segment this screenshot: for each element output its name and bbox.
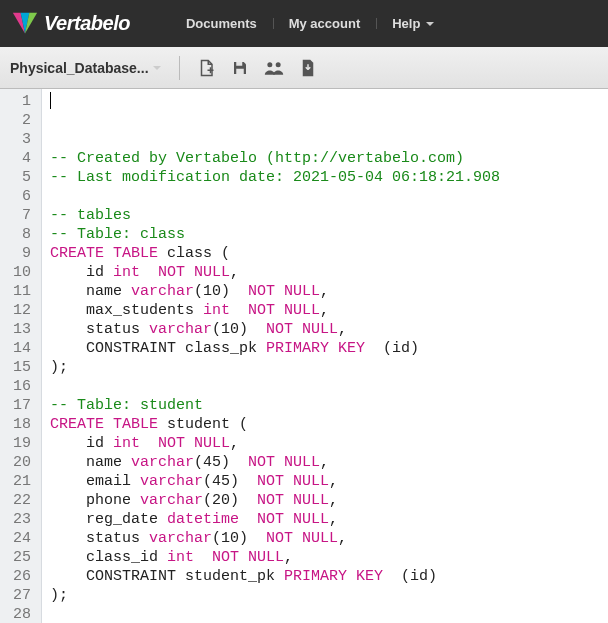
code-line: phone varchar(20) NOT NULL,: [50, 491, 500, 510]
nav-my-account[interactable]: My account: [273, 16, 377, 31]
code-line: status varchar(10) NOT NULL,: [50, 320, 500, 339]
code-line: name varchar(10) NOT NULL,: [50, 282, 500, 301]
nav-help-label: Help: [392, 16, 420, 31]
code-line: -- Created by Vertabelo (http://vertabel…: [50, 149, 500, 168]
code-line: -- tables: [50, 206, 500, 225]
users-icon: [264, 59, 284, 77]
nav-documents-label: Documents: [186, 16, 257, 31]
code-line: status varchar(10) NOT NULL,: [50, 529, 500, 548]
code-line: );: [50, 358, 500, 377]
code-line: name varchar(45) NOT NULL,: [50, 453, 500, 472]
line-number: 6: [6, 187, 31, 206]
line-number: 13: [6, 320, 31, 339]
file-plus-icon: [197, 59, 215, 77]
code-line: id int NOT NULL,: [50, 434, 500, 453]
download-button[interactable]: [294, 54, 322, 82]
line-number: 7: [6, 206, 31, 225]
line-number: 1: [6, 92, 31, 111]
code-line: id int NOT NULL,: [50, 263, 500, 282]
new-file-button[interactable]: [192, 54, 220, 82]
share-button[interactable]: [260, 54, 288, 82]
line-number: 11: [6, 282, 31, 301]
line-number: 17: [6, 396, 31, 415]
code-line: [50, 605, 500, 623]
line-number: 21: [6, 472, 31, 491]
save-button[interactable]: [226, 54, 254, 82]
code-area[interactable]: -- Created by Vertabelo (http://vertabel…: [42, 89, 500, 623]
code-line: [50, 377, 500, 396]
line-number: 23: [6, 510, 31, 529]
line-number: 10: [6, 263, 31, 282]
line-number: 24: [6, 529, 31, 548]
line-number: 28: [6, 605, 31, 623]
chevron-down-icon: [426, 22, 434, 26]
code-line: -- Table: class: [50, 225, 500, 244]
code-line: reg_date datetime NOT NULL,: [50, 510, 500, 529]
line-number: 20: [6, 453, 31, 472]
nav-documents[interactable]: Documents: [170, 16, 273, 31]
line-number: 14: [6, 339, 31, 358]
line-number: 25: [6, 548, 31, 567]
line-number: 27: [6, 586, 31, 605]
code-line: -- Table: student: [50, 396, 500, 415]
toolbar: Physical_Database...: [0, 47, 608, 89]
nav-my-account-label: My account: [289, 16, 361, 31]
code-line: -- Last modification date: 2021-05-04 06…: [50, 168, 500, 187]
code-line: max_students int NOT NULL,: [50, 301, 500, 320]
line-number: 18: [6, 415, 31, 434]
code-line: );: [50, 586, 500, 605]
code-line: [50, 187, 500, 206]
toolbar-separator: [179, 56, 180, 80]
save-icon: [231, 59, 249, 77]
code-line: CREATE TABLE class (: [50, 244, 500, 263]
line-number: 16: [6, 377, 31, 396]
chevron-down-icon: [153, 66, 161, 70]
logo[interactable]: Vertabelo: [12, 11, 130, 37]
code-editor[interactable]: 1234567891011121314151617181920212223242…: [0, 89, 608, 623]
line-number: 22: [6, 491, 31, 510]
line-number: 26: [6, 567, 31, 586]
code-line: class_id int NOT NULL,: [50, 548, 500, 567]
svg-point-7: [267, 62, 272, 67]
download-file-icon: [300, 59, 316, 77]
nav-links: Documents My account Help: [170, 16, 450, 31]
breadcrumb[interactable]: Physical_Database...: [8, 60, 167, 76]
line-number: 8: [6, 225, 31, 244]
breadcrumb-label: Physical_Database...: [10, 60, 149, 76]
svg-rect-4: [209, 67, 211, 73]
top-nav: Vertabelo Documents My account Help: [0, 0, 608, 47]
code-line: CREATE TABLE student (: [50, 415, 500, 434]
logo-icon: [12, 11, 38, 37]
line-number: 12: [6, 301, 31, 320]
text-cursor: [50, 92, 51, 109]
logo-text: Vertabelo: [44, 12, 130, 35]
svg-rect-5: [236, 62, 242, 66]
svg-point-8: [275, 62, 280, 67]
line-number: 9: [6, 244, 31, 263]
code-line: CONSTRAINT student_pk PRIMARY KEY (id): [50, 567, 500, 586]
code-line: email varchar(45) NOT NULL,: [50, 472, 500, 491]
line-number: 19: [6, 434, 31, 453]
line-number: 5: [6, 168, 31, 187]
line-gutter: 1234567891011121314151617181920212223242…: [0, 89, 42, 623]
line-number: 4: [6, 149, 31, 168]
code-line: CONSTRAINT class_pk PRIMARY KEY (id): [50, 339, 500, 358]
line-number: 15: [6, 358, 31, 377]
line-number: 3: [6, 130, 31, 149]
nav-help[interactable]: Help: [376, 16, 450, 31]
line-number: 2: [6, 111, 31, 130]
svg-rect-6: [236, 68, 244, 73]
